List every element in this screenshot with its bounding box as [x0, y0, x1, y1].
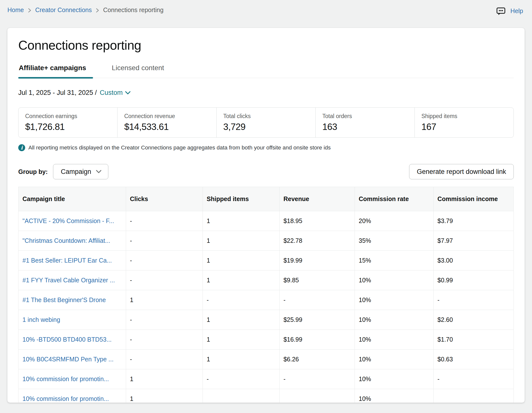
metric-value: $14,533.61	[124, 122, 216, 132]
date-range-selector[interactable]: Custom	[100, 89, 131, 97]
table-cell: 10%	[355, 330, 433, 350]
table-cell: -	[126, 231, 203, 251]
top-bar: Home Creator Connections Connections rep…	[0, 0, 532, 21]
info-note-text: All reporting metrics displayed on the C…	[28, 145, 331, 151]
date-range: Jul 1, 2025 - Jul 31, 2025 / Custom	[18, 89, 514, 97]
campaign-title-link[interactable]: 10% B0C4SRMFMD Pen Type ...	[22, 356, 114, 363]
help-link[interactable]: Help	[511, 7, 523, 15]
table-cell: 35%	[355, 231, 433, 251]
metric-total-clicks: Total clicks 3,729	[216, 108, 315, 137]
table-cell: 1	[203, 231, 279, 251]
table-cell: $0.99	[433, 270, 513, 290]
table-cell: -	[433, 290, 513, 310]
table-row: #1 FYY Travel Cable Organizer ...-1$9.85…	[19, 270, 514, 290]
column-header: Campaign title	[19, 187, 126, 211]
campaign-title-link[interactable]: "ACTIVE - 20% Commission - F...	[22, 217, 114, 224]
table-cell: 1	[203, 310, 279, 330]
chat-bubble-icon[interactable]	[496, 7, 506, 15]
table-cell: $2.60	[433, 310, 513, 330]
column-header: Commission income	[433, 187, 513, 211]
table-cell: 15%	[355, 251, 433, 270]
table-cell	[203, 389, 279, 403]
table-row: "ACTIVE - 20% Commission - F...-1$18.952…	[19, 211, 514, 231]
table-cell: -	[126, 310, 203, 330]
table-cell: 10%	[355, 270, 433, 290]
column-header: Revenue	[279, 187, 355, 211]
chevron-right-icon	[28, 8, 31, 13]
campaign-title-link[interactable]: 10% commission for promotin...	[22, 395, 109, 402]
table-cell: 1	[126, 290, 203, 310]
table-header: Campaign titleClicksShipped itemsRevenue…	[19, 187, 514, 211]
campaign-title-cell: "Christmas Countdown: Affiliat...	[19, 231, 126, 251]
table-cell: -	[126, 350, 203, 369]
table-cell: -	[279, 369, 355, 389]
campaign-title-link[interactable]: "Christmas Countdown: Affiliat...	[22, 237, 110, 244]
table-cell: 10%	[355, 310, 433, 330]
campaign-title-link[interactable]: #1 The Best Beginner'S Drone	[22, 296, 106, 303]
table-row: 1 inch webing-1$25.9910%$2.60	[19, 310, 514, 330]
table-cell: 1	[203, 350, 279, 369]
tab-affiliate-campaigns[interactable]: Affiliate+ campaigns	[18, 64, 93, 78]
metric-label: Shipped items	[421, 113, 513, 120]
column-header: Commission rate	[355, 187, 433, 211]
table-cell: -	[433, 369, 513, 389]
table-row: 10% commission for promotin...110%	[19, 389, 514, 403]
campaign-title-cell: 10% -BTD500 BTD400 BTD53...	[19, 330, 126, 350]
table-cell	[279, 389, 355, 403]
table-row: "Christmas Countdown: Affiliat...-1$22.7…	[19, 231, 514, 251]
breadcrumb-creator-connections[interactable]: Creator Connections	[35, 6, 92, 14]
tab-licensed-content[interactable]: Licensed content	[111, 64, 171, 78]
table-cell: -	[126, 211, 203, 231]
metric-label: Total orders	[322, 113, 414, 120]
table-cell: 1	[203, 211, 279, 231]
campaign-title-link[interactable]: #1 FYY Travel Cable Organizer ...	[22, 277, 115, 284]
table-row: #1 The Best Beginner'S Drone1--10%-	[19, 290, 514, 310]
table-cell: $19.99	[279, 251, 355, 270]
table-cell: 1	[203, 251, 279, 270]
table-cell: $3.79	[433, 211, 513, 231]
campaign-title-link[interactable]: 10% commission for promotin...	[22, 375, 109, 382]
chevron-right-icon	[96, 8, 99, 13]
group-by-label: Group by:	[18, 168, 48, 175]
campaign-title-link[interactable]: 10% -BTD500 BTD400 BTD53...	[22, 336, 112, 343]
table-cell: -	[126, 270, 203, 290]
info-icon: i	[18, 144, 25, 151]
metric-shipped-items: Shipped items 167	[415, 108, 513, 137]
chevron-down-icon	[125, 91, 131, 95]
table-cell	[433, 389, 513, 403]
campaigns-table: Campaign titleClicksShipped itemsRevenue…	[18, 187, 514, 403]
campaign-title-link[interactable]: #1 Best Seller: LEIPUT Ear Ca...	[22, 257, 112, 264]
column-header: Shipped items	[203, 187, 279, 211]
table-row: #1 Best Seller: LEIPUT Ear Ca...-1$19.99…	[19, 251, 514, 270]
campaign-title-cell: #1 FYY Travel Cable Organizer ...	[19, 270, 126, 290]
tabs: Affiliate+ campaigns Licensed content	[18, 64, 514, 78]
breadcrumb: Home Creator Connections Connections rep…	[7, 6, 164, 14]
generate-report-button[interactable]: Generate report download link	[409, 164, 514, 179]
table-cell: -	[203, 290, 279, 310]
breadcrumb-current-page: Connections reporting	[103, 6, 164, 14]
table-cell: $9.85	[279, 270, 355, 290]
table-row: 10% commission for promotin...1--10%-	[19, 369, 514, 389]
table-cell: $6.26	[279, 350, 355, 369]
metric-label: Connection earnings	[25, 113, 117, 120]
campaign-title-cell: #1 The Best Beginner'S Drone	[19, 290, 126, 310]
metric-value: 3,729	[223, 122, 315, 132]
campaign-title-cell: 1 inch webing	[19, 310, 126, 330]
breadcrumb-home[interactable]: Home	[7, 6, 24, 14]
metrics-panel: Connection earnings $1,726.81 Connection…	[18, 107, 514, 138]
column-header: Clicks	[126, 187, 203, 211]
controls-row: Group by: Campaign Generate report downl…	[18, 164, 514, 179]
table-cell: 20%	[355, 211, 433, 231]
table-cell: 10%	[355, 369, 433, 389]
group-by-selected-value: Campaign	[61, 168, 91, 176]
table-row: 10% B0C4SRMFMD Pen Type ...-1$6.2610%$0.…	[19, 350, 514, 369]
table-cell: $18.95	[279, 211, 355, 231]
metric-total-orders: Total orders 163	[315, 108, 414, 137]
campaign-title-link[interactable]: 1 inch webing	[22, 316, 60, 323]
group-by-dropdown[interactable]: Campaign	[53, 164, 108, 179]
campaign-title-cell: 10% commission for promotin...	[19, 369, 126, 389]
metric-label: Total clicks	[223, 113, 315, 120]
table-cell: -	[126, 251, 203, 270]
table-cell: 10%	[355, 290, 433, 310]
table-cell: $16.99	[279, 330, 355, 350]
